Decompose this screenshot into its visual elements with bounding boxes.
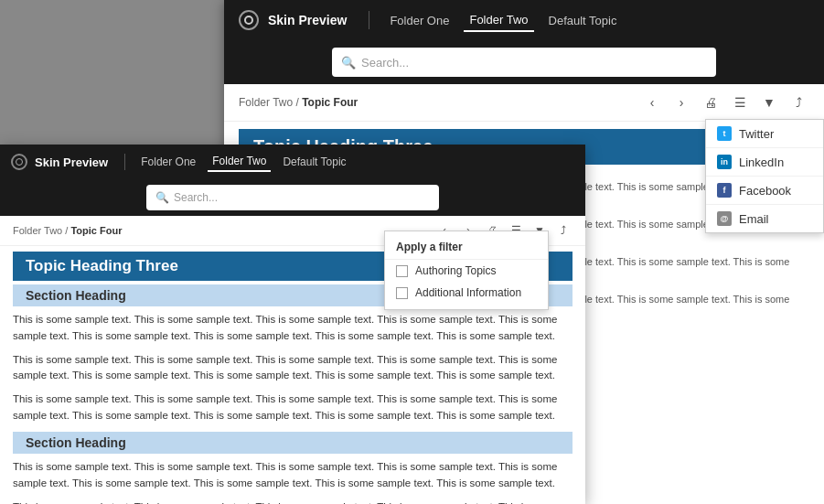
linkedin-icon: in <box>717 155 732 169</box>
front-share-icon[interactable]: ⤴ <box>554 221 573 240</box>
back-nav-next-icon[interactable]: › <box>670 91 692 113</box>
back-print-icon[interactable]: 🖨 <box>700 91 722 113</box>
front-search-placeholder: Search... <box>174 191 218 204</box>
twitter-icon: t <box>717 126 732 141</box>
filter-label-authoring: Authoring Topics <box>415 264 497 277</box>
back-search-bar: 🔍 Search... <box>224 40 824 84</box>
front-nav-folder-one[interactable]: Folder One <box>136 153 200 171</box>
share-facebook-label: Facebook <box>739 184 791 198</box>
front-nav-default-topic[interactable]: Default Topic <box>278 153 350 171</box>
back-app-title: Skin Preview <box>268 13 347 27</box>
back-filter-icon[interactable]: ▼ <box>758 91 780 113</box>
filter-label-additional: Additional Information <box>415 286 521 299</box>
filter-item-additional[interactable]: Additional Information <box>385 282 548 304</box>
back-search-input[interactable]: 🔍 Search... <box>332 48 716 77</box>
front-search-bar: 🔍 Search... <box>0 179 585 216</box>
back-toolbar-icons: ‹ › 🖨 ☰ ▼ ⤴ <box>641 91 809 113</box>
share-linkedin-label: LinkedIn <box>739 155 784 169</box>
front-window: Skin Preview Folder One Folder Two Defau… <box>0 145 585 504</box>
back-breadcrumb-current: Topic Four <box>302 96 358 109</box>
back-toc-icon[interactable]: ☰ <box>729 91 751 113</box>
front-app-title: Skin Preview <box>35 155 108 169</box>
front-paragraph-4: This is some sample text. This is some s… <box>0 459 585 492</box>
back-breadcrumb-bar: Folder Two / Topic Four ‹ › 🖨 ☰ ▼ ⤴ <box>224 84 824 122</box>
back-search-icon: 🔍 <box>341 56 356 70</box>
front-topbar: Skin Preview Folder One Folder Two Defau… <box>0 145 585 179</box>
front-section-heading-2: Section Heading <box>13 432 573 454</box>
share-twitter[interactable]: t Twitter <box>706 120 823 148</box>
filter-checkbox-additional[interactable] <box>396 287 408 299</box>
filter-item-authoring[interactable]: Authoring Topics <box>385 260 548 282</box>
back-search-placeholder: Search... <box>361 56 409 70</box>
back-nav-prev-icon[interactable]: ‹ <box>641 91 663 113</box>
front-nav-divider <box>124 154 125 170</box>
front-logo-icon <box>11 154 27 170</box>
front-breadcrumb-current: Topic Four <box>70 225 122 236</box>
filter-dropdown-title: Apply a filter <box>385 237 548 260</box>
back-share-icon[interactable]: ⤴ <box>787 91 809 113</box>
share-email-label: Email <box>739 212 769 226</box>
front-nav-folder-two[interactable]: Folder Two <box>208 152 271 172</box>
front-paragraph-2: This is some sample text. This is some s… <box>0 352 585 385</box>
email-icon: @ <box>717 211 732 226</box>
share-twitter-label: Twitter <box>739 127 774 141</box>
front-paragraph-5: This is some sample text. This is some s… <box>0 499 585 505</box>
back-breadcrumb-parent: Folder Two <box>239 96 293 109</box>
front-paragraph-3: This is some sample text. This is some s… <box>0 391 585 424</box>
share-dropdown: t Twitter in LinkedIn f Facebook @ Email <box>705 119 824 233</box>
front-breadcrumb-parent: Folder Two <box>13 225 62 236</box>
back-nav-default-topic[interactable]: Default Topic <box>543 10 623 31</box>
back-topbar: Skin Preview Folder One Folder Two Defau… <box>224 0 824 40</box>
back-nav-folder-one[interactable]: Folder One <box>384 10 455 31</box>
filter-dropdown: Apply a filter Authoring Topics Addition… <box>384 231 549 310</box>
back-logo-icon <box>239 10 259 30</box>
back-nav-divider <box>369 11 369 29</box>
front-search-input[interactable]: 🔍 Search... <box>146 185 439 210</box>
back-breadcrumb: Folder Two / Topic Four <box>239 96 358 109</box>
front-breadcrumb: Folder Two / Topic Four <box>13 225 122 236</box>
facebook-icon: f <box>717 183 732 198</box>
filter-checkbox-authoring[interactable] <box>396 265 408 277</box>
share-email[interactable]: @ Email <box>706 205 823 232</box>
back-nav-folder-two[interactable]: Folder Two <box>464 9 533 32</box>
share-linkedin[interactable]: in LinkedIn <box>706 148 823 177</box>
share-facebook[interactable]: f Facebook <box>706 177 823 205</box>
front-paragraph-1: This is some sample text. This is some s… <box>0 312 585 345</box>
front-search-icon: 🔍 <box>155 191 169 204</box>
